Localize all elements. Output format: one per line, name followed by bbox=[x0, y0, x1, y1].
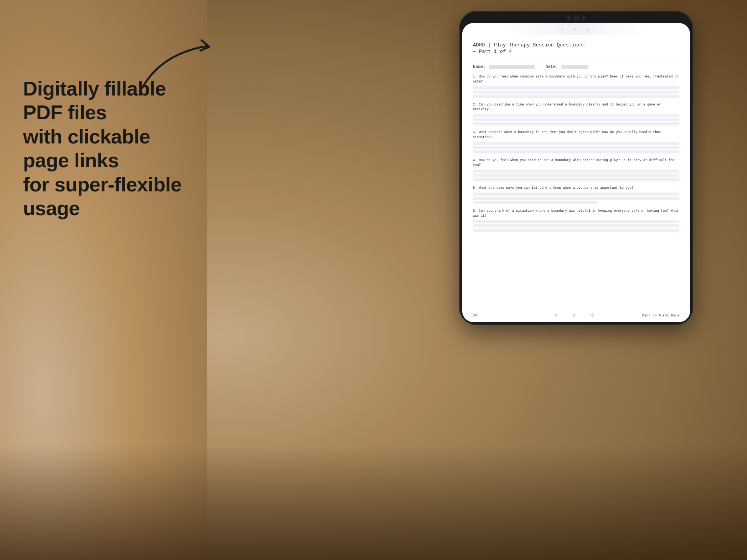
answer-line bbox=[473, 174, 679, 177]
answer-line bbox=[473, 197, 679, 200]
answer-line bbox=[473, 201, 597, 204]
pdf-question-4-text: 4. How do you feel when you need to set … bbox=[473, 158, 679, 168]
pdf-question-3: 3. What happens when a boundary is set t… bbox=[473, 130, 679, 153]
pdf-title-divider bbox=[473, 61, 679, 61]
pdf-question-5: 5. What are some ways you can let others… bbox=[473, 186, 679, 204]
promo-headline: Digitally fillable PDF files with clicka… bbox=[23, 77, 188, 220]
pdf-question-4-lines bbox=[473, 170, 679, 181]
pdf-question-1-text: 1. How do you feel when someone sets a b… bbox=[473, 74, 679, 84]
answer-line bbox=[473, 178, 679, 181]
pdf-title: ADHD | Play Therapy Session Questions: bbox=[473, 42, 679, 48]
answer-line bbox=[473, 220, 679, 223]
answer-line bbox=[473, 118, 679, 121]
answer-line bbox=[473, 146, 679, 149]
pdf-question-5-text: 5. What are some ways you can let others… bbox=[473, 186, 679, 191]
answer-line bbox=[473, 95, 679, 98]
answer-line bbox=[473, 142, 679, 145]
background-bottom-overlay bbox=[0, 445, 747, 560]
pdf-question-2-lines bbox=[473, 114, 679, 125]
pdf-date-label: Date: bbox=[545, 64, 558, 69]
answer-line bbox=[473, 229, 679, 232]
pdf-question-6: 6. Can you think of a situation where a … bbox=[473, 209, 679, 232]
pdf-date-field[interactable] bbox=[561, 65, 588, 69]
camera-dot-left bbox=[567, 16, 570, 20]
tablet-device: ✦ ✦ ✦ ADHD | Play Therapy Session Questi… bbox=[459, 11, 693, 325]
answer-line bbox=[473, 150, 679, 153]
pdf-question-6-lines bbox=[473, 220, 679, 232]
answer-line bbox=[473, 122, 679, 125]
pdf-question-1-lines bbox=[473, 86, 679, 98]
pdf-question-2-text: 2. Can you describe a time when you unde… bbox=[473, 102, 679, 112]
promo-text-block: Digitally fillable PDF files with clicka… bbox=[23, 77, 188, 220]
pdf-document: ✦ ✦ ✦ ADHD | Play Therapy Session Questi… bbox=[462, 23, 690, 322]
pdf-question-3-text: 3. What happens when a boundary is set t… bbox=[473, 130, 679, 140]
pdf-question-5-lines bbox=[473, 193, 679, 204]
answer-line bbox=[473, 224, 679, 227]
pdf-name-date-row: Name: Date: bbox=[473, 64, 679, 69]
answer-line bbox=[473, 86, 679, 89]
camera-dot-right bbox=[582, 16, 586, 20]
pdf-question-2: 2. Can you describe a time when you unde… bbox=[473, 102, 679, 126]
answer-line bbox=[473, 193, 679, 196]
pdf-name-label: Name: bbox=[473, 64, 486, 69]
pdf-question-6-text: 6. Can you think of a situation where a … bbox=[473, 209, 679, 219]
pdf-question-4: 4. How do you feel when you need to set … bbox=[473, 158, 679, 181]
tablet-screen: ✦ ✦ ✦ ADHD | Play Therapy Session Questi… bbox=[462, 23, 690, 322]
pdf-header-decoration: ✦ ✦ ✦ bbox=[462, 23, 690, 35]
answer-line bbox=[473, 170, 679, 173]
answer-line bbox=[473, 114, 679, 117]
pdf-name-field[interactable] bbox=[489, 65, 535, 69]
pdf-question-1: 1. How do you feel when someone sets a b… bbox=[473, 74, 679, 98]
camera-dot-center bbox=[573, 15, 579, 21]
pdf-footer-decoration: ✦ ✦ ✦ bbox=[462, 311, 690, 322]
tablet-camera-bar bbox=[567, 15, 586, 21]
pdf-question-3-lines bbox=[473, 142, 679, 153]
pdf-subtitle: – Part 1 of 4 bbox=[473, 49, 679, 54]
answer-line bbox=[473, 91, 679, 94]
